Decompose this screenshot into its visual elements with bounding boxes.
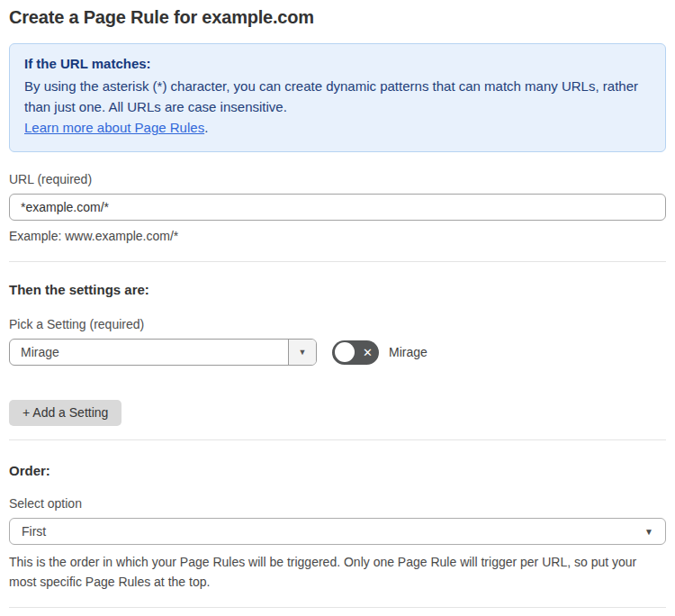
link-suffix: .	[204, 120, 208, 135]
divider	[9, 607, 666, 608]
setting-dropdown-arrow-button[interactable]: ▼	[288, 340, 316, 365]
settings-heading: Then the settings are:	[9, 282, 666, 297]
divider	[9, 439, 666, 440]
select-option-label: Select option	[9, 496, 666, 511]
info-box-heading: If the URL matches:	[24, 56, 651, 71]
toggle-off-x-icon: ✕	[363, 347, 373, 358]
mirage-toggle[interactable]: ✕	[332, 340, 379, 365]
learn-more-link[interactable]: Learn more about Page Rules	[24, 120, 204, 135]
url-example-hint: Example: www.example.com/*	[9, 226, 666, 246]
toggle-setting-label: Mirage	[389, 345, 428, 359]
chevron-down-icon: ▼	[299, 348, 307, 357]
divider	[9, 261, 666, 262]
page-title: Create a Page Rule for example.com	[9, 7, 666, 28]
setting-dropdown-value: Mirage	[10, 345, 288, 359]
toggle-knob	[335, 342, 355, 362]
url-input[interactable]	[9, 194, 666, 221]
add-setting-button[interactable]: + Add a Setting	[9, 400, 122, 426]
url-match-info-box: If the URL matches: By using the asteris…	[9, 43, 666, 152]
order-select[interactable]: First ▼	[9, 518, 666, 545]
info-box-link-line: Learn more about Page Rules.	[24, 117, 651, 138]
setting-row: Mirage ▼ ✕ Mirage	[9, 339, 666, 366]
setting-dropdown[interactable]: Mirage ▼	[9, 339, 317, 366]
info-box-body: By using the asterisk (*) character, you…	[24, 76, 651, 117]
order-help-text: This is the order in which your Page Rul…	[9, 552, 657, 592]
create-page-rule-form: Create a Page Rule for example.com If th…	[0, 0, 675, 616]
chevron-down-icon: ▼	[644, 527, 653, 537]
order-select-value: First	[22, 524, 46, 539]
order-heading: Order:	[9, 463, 666, 478]
url-label: URL (required)	[9, 172, 666, 186]
pick-setting-label: Pick a Setting (required)	[9, 317, 666, 331]
